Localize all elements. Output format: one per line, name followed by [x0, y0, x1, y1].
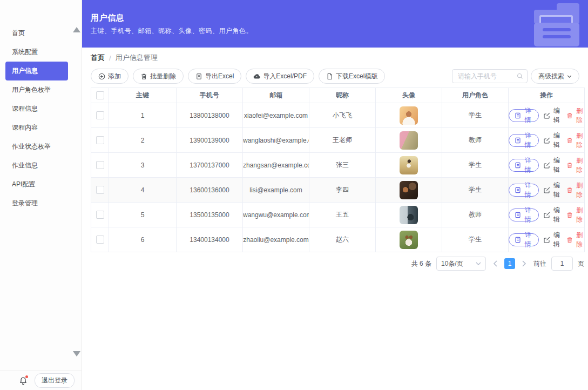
- detail-button[interactable]: 详情: [509, 184, 539, 197]
- sidebar-item-label: 用户角色枚举: [12, 85, 51, 95]
- sidebar-item-7[interactable]: 作业信息: [5, 156, 68, 175]
- delete-button[interactable]: 删除: [566, 206, 584, 224]
- page-banner: 用户信息 主键、手机号、邮箱、昵称、头像、密码、用户角色。: [82, 0, 588, 48]
- delete-button[interactable]: 删除: [566, 181, 584, 199]
- cloud-upload-icon: [253, 73, 260, 80]
- detail-button[interactable]: 详情: [509, 209, 539, 221]
- advanced-search-button[interactable]: 高级搜索: [531, 69, 579, 84]
- table-row: 4 13600136000 lisi@example.com 李四 学生 详情 …: [91, 178, 585, 203]
- pagination: 共 6 条 10条/页 1 前往 页: [91, 257, 584, 271]
- delete-button[interactable]: 删除: [566, 231, 584, 249]
- sidebar-item-0[interactable]: 首页: [5, 24, 68, 43]
- cell-id: 1: [109, 103, 177, 128]
- sidebar-item-4[interactable]: 课程信息: [5, 99, 68, 118]
- cell-role: 教师: [442, 128, 509, 153]
- detail-icon: [515, 212, 521, 218]
- edit-button[interactable]: 编辑: [544, 106, 562, 125]
- sidebar-scroll-down-icon[interactable]: [73, 351, 80, 357]
- cell-id: 5: [109, 203, 177, 227]
- table-body: 1 13800138000 xiaofei@example.com 小飞飞 学生…: [91, 103, 585, 252]
- download-template-button[interactable]: 下载Excel模版: [319, 69, 385, 84]
- cell-nickname: 小飞飞: [309, 103, 376, 128]
- page-title: 用户信息: [91, 14, 588, 22]
- detail-button[interactable]: 详情: [509, 109, 539, 122]
- sidebar-item-label: 登录管理: [12, 199, 38, 208]
- goto-page-input[interactable]: [551, 257, 573, 271]
- edit-button[interactable]: 编辑: [544, 131, 562, 150]
- sidebar-item-1[interactable]: 系统配置: [5, 43, 68, 62]
- sidebar-item-label: 课程信息: [12, 104, 38, 113]
- table-header-row: 主键 手机号 邮箱 昵称 头像 用户角色 操作: [91, 88, 585, 103]
- notification-bell-icon[interactable]: [19, 376, 28, 385]
- import-excel-pdf-button[interactable]: 导入Excel/PDF: [246, 69, 314, 84]
- cell-role: 学生: [442, 103, 509, 128]
- edit-button[interactable]: 编辑: [544, 181, 562, 199]
- cell-id: 3: [109, 153, 177, 178]
- delete-icon: [566, 187, 573, 193]
- sidebar-item-6[interactable]: 作业状态枚举: [5, 137, 68, 156]
- prev-page-button[interactable]: [491, 257, 499, 270]
- logout-button[interactable]: 退出登录: [35, 373, 75, 388]
- column-header-avatar: 头像: [376, 88, 442, 103]
- delete-icon: [566, 212, 573, 218]
- column-header-id: 主键: [109, 88, 177, 103]
- search-input[interactable]: [452, 69, 528, 83]
- row-checkbox[interactable]: [96, 186, 104, 194]
- cell-email: xiaofei@example.com: [243, 103, 309, 128]
- add-button[interactable]: 添加: [91, 69, 129, 84]
- select-all-checkbox[interactable]: [96, 91, 104, 99]
- notification-dot: [25, 375, 28, 378]
- sidebar-item-3[interactable]: 用户角色枚举: [5, 80, 68, 99]
- page-subtitle: 主键、手机号、邮箱、昵称、头像、密码、用户角色。: [91, 26, 588, 36]
- sidebar-item-2[interactable]: 用户信息: [5, 62, 68, 80]
- delete-button[interactable]: 删除: [566, 131, 584, 150]
- chevron-left-icon: [493, 260, 497, 267]
- row-checkbox[interactable]: [96, 236, 104, 244]
- content-area: 首页 / 用户信息管理 添加 批量删除 导出Excel: [82, 53, 588, 271]
- sidebar-item-label: 作业状态枚举: [12, 142, 51, 151]
- breadcrumb-home[interactable]: 首页: [91, 53, 105, 63]
- row-checkbox[interactable]: [96, 161, 104, 169]
- next-page-button[interactable]: [520, 257, 529, 270]
- export-excel-button[interactable]: 导出Excel: [188, 69, 241, 84]
- row-checkbox[interactable]: [96, 111, 104, 119]
- users-table: 主键 手机号 邮箱 昵称 头像 用户角色 操作 1 13800138000 xi…: [91, 88, 585, 252]
- folder-icon: [533, 3, 585, 46]
- edit-button[interactable]: 编辑: [544, 156, 562, 174]
- detail-button[interactable]: 详情: [509, 134, 539, 147]
- page-unit-label: 页: [578, 259, 584, 268]
- cell-phone: 13500135000: [177, 203, 243, 227]
- table-row: 5 13500135000 wangwu@example.com 王五 教师 详…: [91, 203, 585, 227]
- avatar: [400, 231, 418, 249]
- detail-button[interactable]: 详情: [509, 233, 539, 246]
- search-box: [452, 69, 528, 83]
- table-row: 6 13400134000 zhaoliu@example.com 赵六 学生 …: [91, 227, 585, 252]
- edit-icon: [544, 212, 550, 218]
- toolbar: 添加 批量删除 导出Excel 导入Excel/PDF: [91, 69, 579, 84]
- breadcrumb-separator: /: [109, 54, 111, 62]
- page-number-button[interactable]: 1: [504, 258, 515, 269]
- total-count-label: 共 6 条: [411, 259, 431, 268]
- batch-delete-button[interactable]: 批量删除: [133, 69, 184, 84]
- delete-button[interactable]: 删除: [566, 106, 584, 125]
- row-checkbox[interactable]: [96, 211, 104, 219]
- avatar: [400, 206, 418, 224]
- row-checkbox[interactable]: [96, 136, 104, 144]
- page-size-select[interactable]: 10条/页: [436, 257, 486, 271]
- edit-icon: [544, 237, 550, 243]
- delete-button[interactable]: 删除: [566, 156, 584, 174]
- delete-icon: [566, 112, 573, 119]
- cell-email: wangwu@example.com: [243, 203, 309, 227]
- edit-button[interactable]: 编辑: [544, 206, 562, 224]
- edit-button[interactable]: 编辑: [544, 231, 562, 249]
- goto-label: 前往: [533, 259, 546, 268]
- sidebar-item-9[interactable]: 登录管理: [5, 194, 68, 213]
- cell-nickname: 王五: [309, 203, 376, 227]
- cell-id: 6: [109, 227, 177, 252]
- detail-button[interactable]: 详情: [509, 159, 539, 172]
- cell-nickname: 王老师: [309, 128, 376, 153]
- sidebar-item-5[interactable]: 课程内容: [5, 118, 68, 137]
- sidebar-item-8[interactable]: API配置: [5, 175, 68, 194]
- avatar: [400, 156, 418, 174]
- main-area: 用户信息 主键、手机号、邮箱、昵称、头像、密码、用户角色。 首页 / 用户信息管…: [82, 0, 588, 390]
